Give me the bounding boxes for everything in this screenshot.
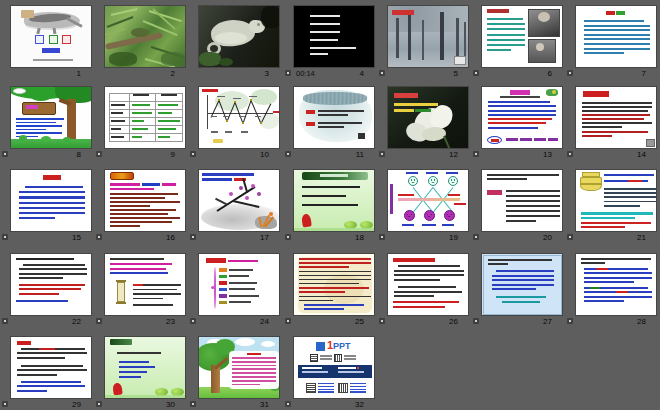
bars-art-line: [132, 112, 152, 114]
transition-icon[interactable]: [473, 234, 479, 240]
block-art: [218, 99, 221, 102]
logo-char: [316, 342, 325, 351]
transition-icon[interactable]: [473, 70, 479, 76]
slide-thumbnail-12[interactable]: [387, 86, 469, 149]
slide-thumbnail-2[interactable]: [104, 5, 186, 68]
transition-icon[interactable]: [2, 234, 8, 240]
slide-thumbnail-15[interactable]: [10, 169, 92, 232]
transition-icon[interactable]: [190, 318, 196, 324]
bars-art-line: [17, 374, 57, 376]
slide-thumbnail-26[interactable]: [387, 253, 469, 316]
slide-thumbnail-6[interactable]: [481, 5, 563, 68]
slide-number: 28: [637, 317, 646, 326]
transition-icon[interactable]: [285, 234, 291, 240]
wordart-title: [110, 172, 134, 180]
transition-icon[interactable]: [379, 151, 385, 157]
bars-art-line: [604, 188, 656, 190]
slide-cell-25: 25: [293, 253, 375, 329]
transition-icon[interactable]: [285, 318, 291, 324]
bars-art-line: [488, 259, 552, 261]
slide-thumbnail-10[interactable]: [198, 86, 280, 149]
slide-thumbnail-5[interactable]: [387, 5, 469, 68]
slide-thumbnail-29[interactable]: [10, 336, 92, 399]
slide-thumbnail-13[interactable]: [481, 86, 563, 149]
slide-thumbnail-25[interactable]: [293, 253, 375, 316]
block-art: [257, 192, 261, 196]
slide-thumbnail-8[interactable]: [10, 86, 92, 149]
transition-icon[interactable]: [96, 318, 102, 324]
transition-icon[interactable]: [473, 151, 479, 157]
block-art: [229, 301, 251, 303]
slide-thumbnail-9[interactable]: [104, 86, 186, 149]
slide-thumbnail-1[interactable]: [10, 5, 92, 68]
seg-art: [111, 8, 137, 16]
bars-art-line: [492, 284, 554, 286]
block-art: [506, 138, 518, 141]
slide-thumbnail-32[interactable]: 1PPT: [293, 336, 375, 399]
slide-number: 32: [355, 400, 364, 409]
transition-icon[interactable]: [379, 70, 385, 76]
bars-art-line: [320, 358, 332, 360]
bars-art-line: [110, 221, 172, 223]
transition-icon[interactable]: [567, 70, 573, 76]
slide-thumbnail-11[interactable]: [293, 86, 375, 149]
slide-thumbnail-30[interactable]: [104, 336, 186, 399]
slide-thumbnail-27[interactable]: [481, 253, 563, 316]
transition-icon[interactable]: [567, 151, 573, 157]
slide-thumbnail-31[interactable]: [198, 336, 280, 399]
transition-icon[interactable]: [96, 151, 102, 157]
bars-art-line: [232, 372, 276, 374]
block-art: [202, 178, 232, 181]
transition-icon[interactable]: [379, 234, 385, 240]
slide-number: 10: [260, 150, 269, 159]
slide-meta: 12: [387, 149, 469, 162]
block-art: [628, 180, 642, 182]
transition-icon[interactable]: [190, 151, 196, 157]
transition-icon[interactable]: [567, 318, 573, 324]
bars-art-line: [344, 355, 356, 357]
block-art: [162, 183, 176, 186]
bars-art-line: [109, 141, 183, 142]
slide-thumbnail-18[interactable]: [293, 169, 375, 232]
slide-thumbnail-22[interactable]: [10, 253, 92, 316]
bars-art-line: [604, 192, 656, 194]
slide-thumbnail-16[interactable]: [104, 169, 186, 232]
transition-icon[interactable]: [96, 401, 102, 407]
bars-art-line: [109, 117, 183, 118]
transition-icon[interactable]: [2, 401, 8, 407]
transition-icon[interactable]: [2, 151, 8, 157]
bars-art-line: [133, 289, 177, 291]
transition-icon[interactable]: [2, 318, 8, 324]
transition-icon[interactable]: [567, 234, 573, 240]
transition-icon[interactable]: [379, 318, 385, 324]
slide-thumbnail-20[interactable]: [481, 169, 563, 232]
slide-thumbnail-19[interactable]: [387, 169, 469, 232]
slide-thumbnail-28[interactable]: [575, 253, 657, 316]
transition-icon[interactable]: [285, 401, 291, 407]
slide-thumbnail-21[interactable]: [575, 169, 657, 232]
transition-icon[interactable]: [285, 70, 291, 76]
transition-icon[interactable]: [190, 401, 196, 407]
transition-icon[interactable]: [285, 151, 291, 157]
red-title: [392, 10, 414, 15]
slide-thumbnail-7[interactable]: [575, 5, 657, 68]
qr-code: [334, 354, 342, 362]
slide-thumbnail-17[interactable]: [198, 169, 280, 232]
transition-icon[interactable]: [96, 234, 102, 240]
slide-number: 6: [548, 69, 552, 78]
transition-icon[interactable]: [473, 318, 479, 324]
slide-thumbnail-4[interactable]: [293, 5, 375, 68]
slide-thumbnail-24[interactable]: [198, 253, 280, 316]
block-art: [219, 275, 227, 279]
bars-art-line: [19, 212, 85, 214]
bars-art-line: [318, 110, 364, 112]
block-art: [464, 22, 466, 60]
slide-thumbnail-23[interactable]: [104, 253, 186, 316]
bars-art-line: [394, 270, 464, 272]
bars-art-line: [132, 128, 148, 130]
transition-icon[interactable]: [190, 234, 196, 240]
block-art: [229, 269, 253, 271]
slide-meta: 5: [387, 68, 469, 81]
slide-thumbnail-14[interactable]: [575, 86, 657, 149]
slide-thumbnail-3[interactable]: [198, 5, 280, 68]
